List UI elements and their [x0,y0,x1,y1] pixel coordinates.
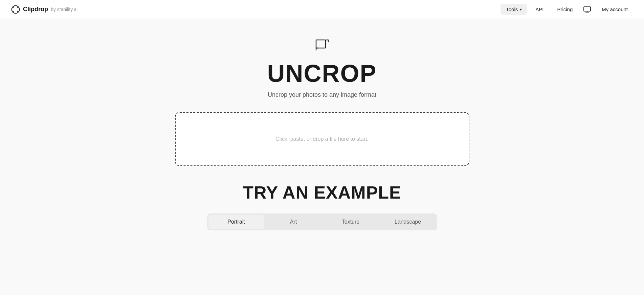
svg-rect-2 [316,40,326,48]
logo-icon [11,5,20,14]
logo-brand-name: Clipdrop [23,6,48,13]
tab-landscape[interactable]: Landscape [380,215,436,229]
tools-label: Tools [506,6,518,12]
page-title: UNCROP [267,60,377,87]
example-tabs: Portrait Art Texture Landscape [207,213,437,230]
main-content: UNCROP Uncrop your photos to any image f… [0,19,644,230]
file-drop-zone[interactable]: Click, paste, or drop a file here to sta… [175,112,469,166]
logo-link[interactable]: Clipdrop by stability.ai [11,5,77,14]
tab-art[interactable]: Art [266,215,321,229]
tools-menu-button[interactable]: Tools ▾ [501,4,527,15]
uncrop-icon [313,35,331,54]
page-subtitle: Uncrop your photos to any image format [268,91,376,98]
chevron-down-icon: ▾ [520,7,522,12]
main-nav: Tools ▾ API Pricing My account [501,4,633,15]
svg-rect-1 [584,7,591,11]
logo-suffix: by stability.ai [51,7,77,12]
drop-zone-placeholder: Click, paste, or drop a file here to sta… [275,136,369,142]
tab-texture[interactable]: Texture [323,215,379,229]
pricing-link[interactable]: Pricing [552,4,578,15]
svg-point-0 [12,5,20,13]
display-icon-button[interactable] [581,4,594,15]
example-section: TRY AN EXAMPLE Portrait Art Texture Land… [5,182,639,230]
tab-portrait[interactable]: Portrait [208,215,264,229]
site-header: Clipdrop by stability.ai Tools ▾ API Pri… [0,0,644,19]
account-link[interactable]: My account [596,4,633,15]
example-section-title: TRY AN EXAMPLE [243,182,401,203]
api-link[interactable]: API [530,4,549,15]
monitor-icon [583,6,591,13]
